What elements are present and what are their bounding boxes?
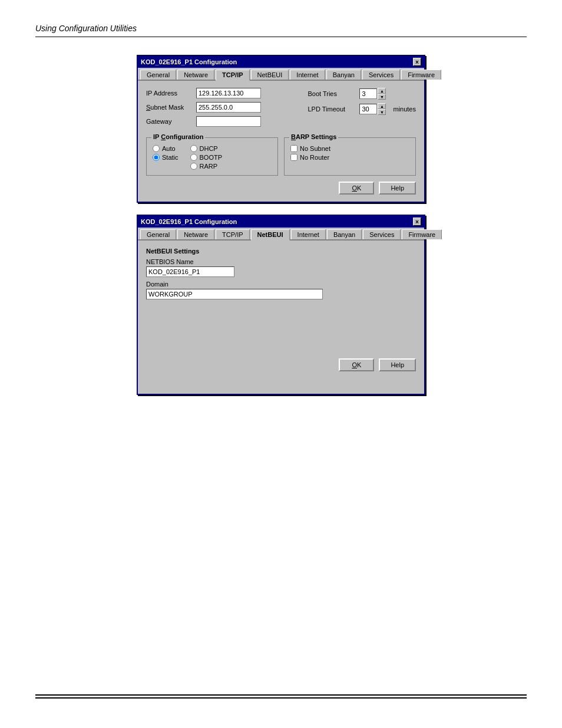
barp-group-title: BARP Settings bbox=[289, 133, 338, 140]
dialog1: KOD_02E916_P1 Configuration × General Ne… bbox=[137, 55, 425, 203]
lpd-timeout-spinner-buttons: ▲ ▼ bbox=[378, 103, 386, 115]
dialog1-buttons: OK Help bbox=[146, 182, 416, 195]
tab-internet[interactable]: Internet bbox=[290, 70, 325, 80]
lpd-timeout-unit: minutes bbox=[393, 106, 416, 113]
tab-netbeui[interactable]: NetBEUI bbox=[251, 70, 289, 80]
no-router-checkbox[interactable] bbox=[290, 154, 297, 161]
lpd-timeout-label: LPD Timeout bbox=[308, 106, 355, 113]
tab-banyan[interactable]: Banyan bbox=[326, 70, 361, 80]
tab-tcpip[interactable]: TCP/IP bbox=[216, 70, 249, 81]
gateway-row: Gateway bbox=[146, 116, 296, 127]
netbios-name-label: NETBIOS Name bbox=[146, 258, 416, 265]
radio-auto-label: Auto bbox=[162, 145, 176, 152]
tab-services[interactable]: Services bbox=[362, 70, 400, 80]
dialog2-ok-button[interactable]: OK bbox=[339, 358, 374, 371]
dialog1-title: KOD_02E916_P1 Configuration bbox=[141, 58, 237, 65]
domain-label: Domain bbox=[146, 281, 416, 288]
no-subnet-row: No Subnet bbox=[290, 145, 409, 152]
boot-tries-down-button[interactable]: ▼ bbox=[378, 94, 386, 100]
ip-config-group-title: IP Configuration bbox=[151, 133, 205, 140]
dialog1-content: IP Address Subnet Mask Gateway bbox=[138, 81, 424, 202]
dialog1-tab-bar: General Netware TCP/IP NetBEUI Internet … bbox=[138, 68, 424, 81]
radio-auto-row: Auto bbox=[153, 145, 178, 152]
netbios-name-group: NETBIOS Name bbox=[146, 258, 416, 277]
d2-tab-general[interactable]: General bbox=[140, 229, 176, 239]
boot-tries-row: Boot Tries ▲ ▼ bbox=[308, 88, 416, 100]
radio-bootp-row: BOOTP bbox=[190, 154, 223, 161]
boot-tries-input[interactable] bbox=[359, 88, 377, 99]
domain-input[interactable] bbox=[146, 289, 323, 299]
lpd-timeout-row: LPD Timeout ▲ ▼ minutes bbox=[308, 103, 416, 115]
tab-general[interactable]: General bbox=[140, 70, 176, 80]
netbios-name-input[interactable] bbox=[146, 266, 234, 277]
content-area: KOD_02E916_P1 Configuration × General Ne… bbox=[0, 43, 562, 407]
gateway-label: Gateway bbox=[146, 118, 196, 125]
d2-tab-internet[interactable]: Internet bbox=[291, 229, 326, 239]
ip-address-row: IP Address bbox=[146, 88, 296, 98]
boot-tries-label: Boot Tries bbox=[308, 90, 355, 97]
subnet-mask-row: Subnet Mask bbox=[146, 102, 296, 113]
footer-line2 bbox=[35, 697, 527, 699]
dialog2-help-button[interactable]: Help bbox=[379, 358, 416, 371]
dialog2: KOD_02E916_P1 Configuration × General Ne… bbox=[137, 215, 425, 395]
lpd-timeout-up-button[interactable]: ▲ bbox=[378, 103, 386, 109]
radio-dhcp[interactable] bbox=[190, 145, 197, 152]
radio-bootp[interactable] bbox=[190, 154, 197, 161]
no-router-label: No Router bbox=[300, 154, 329, 161]
radio-static-label: Static bbox=[162, 154, 178, 161]
dialog2-content: NetBEUI Settings NETBIOS Name Domain OK … bbox=[138, 241, 424, 394]
d2-tab-netbeui[interactable]: NetBEUI bbox=[251, 229, 290, 241]
dialog2-tab-bar: General Netware TCP/IP NetBEUI Internet … bbox=[138, 228, 424, 241]
no-subnet-checkbox[interactable] bbox=[290, 145, 297, 152]
subnet-mask-label: Subnet Mask bbox=[146, 104, 196, 111]
boot-tries-up-button[interactable]: ▲ bbox=[378, 88, 386, 94]
no-subnet-label: No Subnet bbox=[300, 145, 330, 152]
radio-auto[interactable] bbox=[153, 145, 160, 152]
boot-tries-spinner: ▲ ▼ bbox=[359, 88, 386, 100]
dialog1-help-button[interactable]: Help bbox=[379, 182, 416, 195]
dialog2-title: KOD_02E916_P1 Configuration bbox=[141, 218, 237, 225]
dialog2-buttons: OK Help bbox=[146, 358, 416, 371]
header-divider bbox=[35, 37, 527, 37]
dialog1-ok-button[interactable]: OK bbox=[339, 182, 374, 195]
boot-tries-spinner-buttons: ▲ ▼ bbox=[378, 88, 386, 100]
footer-section bbox=[35, 694, 527, 699]
netbeui-section-title: NetBEUI Settings bbox=[146, 248, 416, 255]
d2-tab-services[interactable]: Services bbox=[363, 229, 401, 239]
footer-line1 bbox=[35, 694, 527, 696]
d2-tab-netware[interactable]: Netware bbox=[177, 229, 214, 239]
lpd-timeout-spinner: ▲ ▼ bbox=[359, 103, 386, 115]
radio-bootp-label: BOOTP bbox=[200, 154, 223, 161]
radio-rarp[interactable] bbox=[190, 163, 197, 170]
header-section: Using Configuration Utilities bbox=[0, 0, 562, 43]
page-wrapper: Using Configuration Utilities KOD_02E916… bbox=[0, 0, 562, 728]
subnet-mask-input[interactable] bbox=[196, 102, 261, 113]
dialog1-titlebar: KOD_02E916_P1 Configuration × bbox=[138, 56, 424, 68]
radio-static-row: Static bbox=[153, 154, 178, 161]
gateway-input[interactable] bbox=[196, 116, 261, 127]
ip-address-label: IP Address bbox=[146, 90, 196, 97]
dialog2-titlebar: KOD_02E916_P1 Configuration × bbox=[138, 216, 424, 228]
radio-rarp-label: RARP bbox=[200, 163, 218, 170]
d2-tab-tcpip[interactable]: TCP/IP bbox=[216, 229, 249, 239]
tab-netware[interactable]: Netware bbox=[177, 70, 214, 80]
radio-static[interactable] bbox=[153, 154, 160, 161]
ip-address-input[interactable] bbox=[196, 88, 261, 98]
barp-settings-group: BARP Settings No Subnet No Router bbox=[284, 137, 416, 176]
radio-rarp-row: RARP bbox=[190, 163, 223, 170]
page-title: Using Configuration Utilities bbox=[35, 24, 527, 33]
dialog1-close-button[interactable]: × bbox=[413, 58, 421, 66]
no-router-row: No Router bbox=[290, 154, 409, 161]
domain-group: Domain bbox=[146, 281, 416, 299]
dialog2-close-button[interactable]: × bbox=[413, 218, 421, 226]
ip-config-group: IP Configuration Auto Static bbox=[146, 137, 278, 176]
lpd-timeout-input[interactable] bbox=[359, 104, 377, 114]
radio-dhcp-label: DHCP bbox=[200, 145, 218, 152]
d2-tab-banyan[interactable]: Banyan bbox=[327, 229, 362, 239]
lpd-timeout-down-button[interactable]: ▼ bbox=[378, 109, 386, 115]
radio-dhcp-row: DHCP bbox=[190, 145, 223, 152]
tab-firmware[interactable]: Firmware bbox=[401, 70, 441, 80]
d2-tab-firmware[interactable]: Firmware bbox=[402, 229, 442, 239]
